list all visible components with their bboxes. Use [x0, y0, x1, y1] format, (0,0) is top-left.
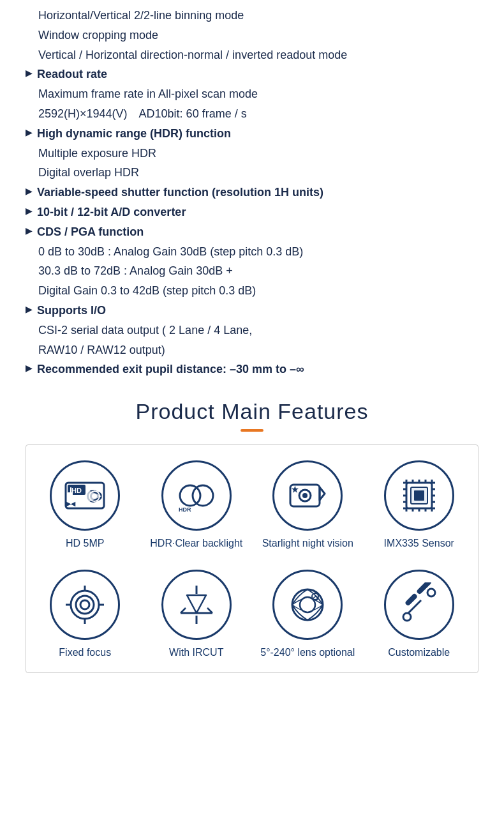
spec-line: CSI-2 serial data output ( 2 Lane / 4 La… [26, 321, 478, 340]
spec-line: Multiple exposure HDR [26, 144, 478, 163]
svg-point-17 [302, 493, 308, 498]
svg-point-43 [76, 596, 94, 614]
feature-item-ircut: With IRCUT [144, 570, 249, 660]
feature-item-imx335: IMX335 Sensor [367, 460, 472, 550]
feature-item-starlight: Starlight night vision [255, 460, 360, 550]
spec-line: Maximum frame rate in All-pixel scan mod… [26, 85, 478, 103]
svg-marker-15 [320, 487, 325, 500]
spec-line: Supports I/O [26, 301, 478, 320]
custom-icon [384, 570, 454, 640]
features-grid: HD ▶◀ HD 5MP HDR HDR·Clear backlight [33, 460, 471, 660]
spec-line: Readout rate [26, 65, 478, 84]
hdr-icon: HDR [161, 460, 232, 531]
lens-icon [272, 570, 343, 640]
spec-line: Digital Gain 0.3 to 42dB (step pitch 0.3… [26, 282, 478, 300]
imx335-label: IMX335 Sensor [384, 537, 454, 550]
feature-item-fixedfocus: Fixed focus [33, 570, 138, 660]
spec-line: High dynamic range (HDR) function [26, 125, 478, 143]
svg-marker-51 [187, 595, 206, 613]
ircut-icon [161, 570, 232, 640]
imx335-icon [384, 460, 454, 531]
spec-line: Recommended exit pupil distance: –30 mm … [26, 360, 478, 379]
svg-text:HD: HD [71, 487, 82, 494]
feature-item-lens: 5°-240° lens optional [255, 570, 360, 660]
svg-point-55 [292, 589, 323, 620]
spec-line: Window cropping mode [26, 26, 478, 45]
svg-point-11 [180, 485, 200, 506]
features-section: Product Main Features HD ▶◀ HD 5MP HDR [0, 393, 504, 692]
custom-label: Customizable [388, 646, 450, 660]
spec-line: 0 dB to 30dB : Analog Gain 30dB (step pi… [26, 243, 478, 261]
hdr-label: HDR·Clear backlight [150, 537, 242, 550]
starlight-icon [272, 460, 343, 531]
ircut-label: With IRCUT [169, 646, 223, 660]
svg-point-60 [403, 613, 411, 621]
svg-marker-18 [292, 486, 299, 493]
specs-section: Horizontal/Vertical 2/2-line binning mod… [0, 0, 504, 393]
features-box: HD ▶◀ HD 5MP HDR HDR·Clear backlight [26, 444, 478, 673]
starlight-label: Starlight night vision [262, 537, 353, 550]
spec-line: Digital overlap HDR [26, 163, 478, 182]
svg-text:▶◀: ▶◀ [66, 501, 76, 507]
fixedfocus-label: Fixed focus [59, 646, 111, 660]
feature-item-custom: Customizable [367, 570, 472, 660]
svg-text:HDR: HDR [179, 506, 191, 513]
svg-rect-41 [414, 490, 424, 501]
lens-label: 5°-240° lens optional [260, 646, 355, 660]
spec-line: Horizontal/Vertical 2/2-line binning mod… [26, 6, 478, 25]
fixedfocus-icon [50, 570, 120, 640]
hd5mp-icon: HD ▶◀ [50, 460, 120, 531]
spec-line: 30.3 dB to 72dB : Analog Gain 30dB + [26, 262, 478, 280]
feature-item-hd5mp: HD ▶◀ HD 5MP [33, 460, 138, 550]
spec-line: CDS / PGA function [26, 223, 478, 241]
svg-point-61 [427, 589, 435, 596]
spec-line: 2592(H)×1944(V) AD10bit: 60 frame / s [26, 105, 478, 123]
spec-line: Vertical / Horizontal direction-normal /… [26, 46, 478, 64]
svg-point-8 [92, 494, 97, 499]
spec-line: RAW10 / RAW12 output) [26, 341, 478, 360]
svg-point-12 [193, 485, 213, 506]
spec-line: Variable-speed shutter function (resolut… [26, 183, 478, 202]
svg-rect-10 [70, 487, 71, 501]
svg-point-44 [80, 600, 89, 609]
feature-item-hdr: HDR HDR·Clear backlight [144, 460, 249, 550]
hd5mp-label: HD 5MP [66, 537, 104, 550]
features-underline [241, 429, 263, 432]
features-title: Product Main Features [26, 399, 478, 424]
spec-line: 10-bit / 12-bit A/D converter [26, 203, 478, 222]
